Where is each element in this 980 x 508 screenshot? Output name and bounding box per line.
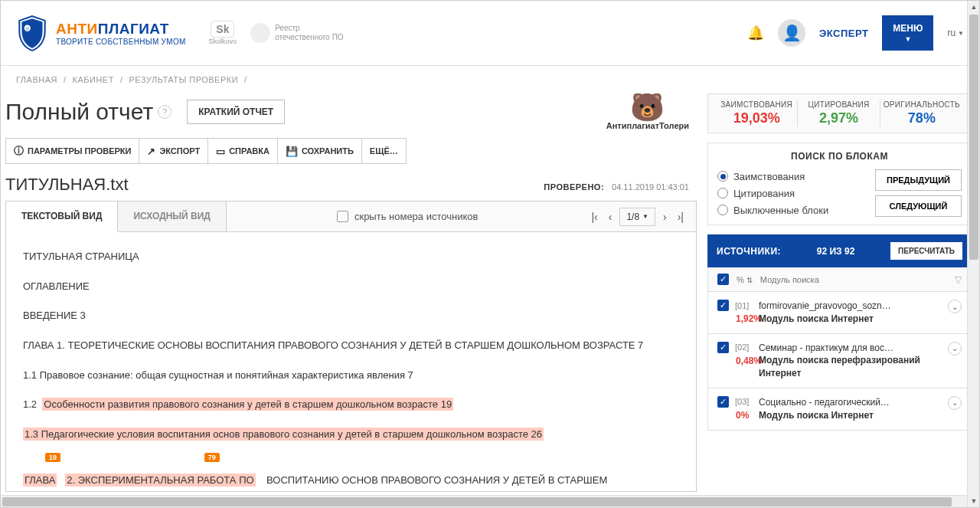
highlight[interactable]: Особенности развития правового сознания … [42,398,453,411]
breadcrumb-cabinet[interactable]: КАБИНЕТ [73,75,114,84]
radio-citations[interactable]: Цитирования [717,188,828,199]
source-row[interactable]: ✓[02] 0,48% Семинар - практикум для вос…… [707,334,972,388]
source-checkbox[interactable]: ✓ [717,300,729,311]
source-percent: 0,48% [736,356,762,366]
highlight[interactable]: 2. ЭКСПЕРИМЕНТАЛЬНАЯ РАБОТА ПО [65,474,255,487]
source-name: Семинар - практикум для вос… [759,342,940,355]
logo[interactable]: © АНТИПЛАГИАТ ТВОРИТЕ СОБСТВЕННЫМ УМОМ [16,14,186,52]
text-line: ВВЕДЕНИЕ 3 [23,306,679,326]
stat-originality: ОРИГИНАЛЬНОСТЬ 78% [880,100,963,126]
partner-registry: Реестротечественного ПО [250,23,344,43]
partner-skolkovo: Sk Skolkovo [209,21,237,45]
next-block-button[interactable]: СЛЕДУЮЩИЙ [875,195,962,217]
chevron-down-icon: ▼ [958,30,964,37]
more-button[interactable]: ЕЩЁ… [362,139,406,163]
brand-subtitle: ТВОРИТЕ СОБСТВЕННЫМ УМОМ [56,38,186,46]
source-row[interactable]: ✓[03] 0% Социально - педагогический… Мод… [707,388,972,431]
scroll-up-icon[interactable]: ▲ [968,1,980,13]
book-icon: ▭ [216,146,225,157]
source-module: Модуль поиска Интернет [759,409,940,422]
header: © АНТИПЛАГИАТ ТВОРИТЕ СОБСТВЕННЫМ УМОМ S… [1,1,979,66]
sources-columns: ✓ % ⇅ Модуль поиска ▽ [707,267,972,292]
breadcrumb: ГЛАВНАЯ / КАБИНЕТ / РЕЗУЛЬТАТЫ ПРОВЕРКИ … [1,66,979,93]
scroll-thumb[interactable] [969,15,978,260]
tab-source-view[interactable]: ИСХОДНЫЙ ВИД [118,202,226,231]
checked-timestamp: ПРОВЕРЕНО:04.11.2019 01:43:01 [544,182,689,192]
text-line: 19 79 [23,449,679,468]
language-selector[interactable]: ru ▼ [947,28,964,38]
short-report-button[interactable]: КРАТКИЙ ОТЧЕТ [187,100,285,124]
source-module: Модуль поиска перефразирований Интернет [759,354,940,380]
expand-icon[interactable]: ⌄ [948,300,962,313]
source-name: formirovanie_pravovogo_sozn… [759,300,940,313]
page-indicator[interactable]: 1/8▼ [619,208,655,226]
export-icon: ↗ [147,146,155,157]
source-badge[interactable]: 79 [204,453,220,462]
column-percent[interactable]: % ⇅ [737,275,753,284]
sources-count: 92 ИЗ 92 [817,246,855,257]
menu-button[interactable]: МЕНЮ▼ [882,15,933,51]
notifications-icon[interactable]: 🔔 [747,25,764,41]
chevron-down-icon: ▼ [642,213,648,220]
source-row[interactable]: ✓[01] 1,92% formirovanie_pravovogo_sozn…… [707,292,972,334]
next-page-button[interactable]: › [660,208,670,226]
source-index: [03] [735,397,749,406]
sort-icon: ⇅ [746,276,753,284]
source-checkbox[interactable]: ✓ [717,342,729,353]
tab-text-view[interactable]: ТЕКСТОВЫЙ ВИД [6,202,118,232]
last-page-button[interactable]: ›| [675,208,687,226]
expand-icon[interactable]: ⌄ [948,342,962,356]
radio-borrowings[interactable]: Заимствования [717,171,828,182]
source-index: [01] [735,301,749,310]
source-checkbox[interactable]: ✓ [717,396,729,408]
breadcrumb-results[interactable]: РЕЗУЛЬТАТЫ ПРОВЕРКИ [129,75,238,84]
help-button[interactable]: ▭СПРАВКА [208,139,278,163]
breadcrumb-home[interactable]: ГЛАВНАЯ [16,75,57,84]
recalculate-button[interactable]: ПЕРЕСЧИТАТЬ [890,242,962,260]
source-module: Модуль поиска Интернет [759,313,940,326]
hide-sources-label: скрыть номера источников [354,211,478,222]
hide-sources-checkbox[interactable] [337,211,348,222]
source-percent: 1,92% [736,313,762,324]
svg-text:©: © [25,26,29,31]
sources-header: ИСТОЧНИКИ: 92 ИЗ 92 ПЕРЕСЧИТАТЬ [707,234,972,267]
column-module[interactable]: Модуль поиска [760,275,819,284]
first-page-button[interactable]: |‹ [588,208,600,226]
filter-icon[interactable]: ▽ [955,274,962,285]
brand-title: АНТИПЛАГИАТ [56,21,186,38]
block-search-panel: ПОИСК ПО БЛОКАМ Заимствования Цитировани… [707,143,972,225]
prev-page-button[interactable]: ‹ [606,208,616,226]
highlight[interactable]: 1.3 Педагогические условия воспитания ос… [23,428,544,441]
highlight[interactable]: ГЛАВА [23,474,57,487]
horizontal-scrollbar[interactable] [1,495,967,507]
radio-disabled[interactable]: Выключенные блоки [717,205,828,216]
provider-logo: 🐻 АнтиплагиатТолери [606,93,689,130]
stats-panel: ЗАИМСТВОВАНИЯ 19,03% ЦИТИРОВАНИЯ 2,97% О… [707,93,972,133]
toolbar: ⓘПАРАМЕТРЫ ПРОВЕРКИ ↗ЭКСПОРТ ▭СПРАВКА 💾С… [5,138,407,164]
expand-icon[interactable]: ⌄ [948,396,962,410]
document-text: ТИТУЛЬНАЯ СТРАНИЦА ОГЛАВЛЕНИЕ ВВЕДЕНИЕ 3… [5,231,697,492]
stat-borrowing: ЗАИМСТВОВАНИЯ 19,03% [716,100,798,126]
scroll-thumb[interactable] [2,497,952,506]
prev-block-button[interactable]: ПРЕДЫДУЩИЙ [875,169,962,191]
text-line: 1.3 Педагогические условия воспитания ос… [23,425,679,444]
text-line: ГЛАВА 1. ТЕОРЕТИЧЕСКИЕ ОСНОВЫ ВОСПИТАНИЯ… [23,336,679,356]
block-search-title: ПОИСК ПО БЛОКАМ [717,151,962,162]
scroll-down-icon[interactable]: ▼ [968,495,980,507]
username[interactable]: ЭКСПЕРТ [819,28,868,39]
export-button[interactable]: ↗ЭКСПОРТ [139,139,208,163]
text-line: ГЛАВА 2. ЭКСПЕРИМЕНТАЛЬНАЯ РАБОТА ПО ВОС… [23,471,679,493]
save-button[interactable]: 💾СОХРАНИТЬ [278,139,362,163]
vertical-scrollbar[interactable]: ▲ ▼ [967,1,979,507]
select-all-checkbox[interactable]: ✓ [717,274,729,285]
help-icon[interactable]: ? [158,105,172,119]
text-line: ОГЛАВЛЕНИЕ [23,277,679,297]
check-params-button[interactable]: ⓘПАРАМЕТРЫ ПРОВЕРКИ [6,139,139,163]
sources-title: ИСТОЧНИКИ: [717,246,781,257]
source-badge[interactable]: 19 [45,453,60,462]
source-name: Социально - педагогический… [759,396,940,409]
info-icon: ⓘ [14,144,24,158]
emblem-icon [250,23,270,43]
avatar[interactable]: 👤 [778,19,805,47]
text-line: 1.2 Особенности развития правового созна… [23,395,679,415]
